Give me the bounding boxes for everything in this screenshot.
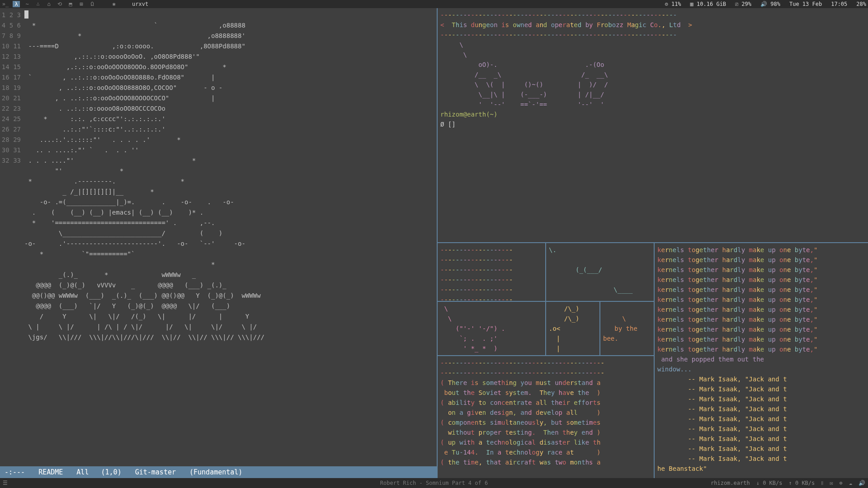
modeline-position: All (1,0): [76, 468, 121, 476]
rainbow-dashes: ------------------- ------------------- …: [440, 246, 513, 301]
now-playing: Robert Rich - Somnium Part 4 of 6: [380, 480, 488, 486]
shell-prompt: rhizom@earth(~): [440, 111, 497, 118]
modeline-vc: Git-master: [135, 468, 176, 476]
banner-dashes: ----------------------------------------…: [440, 11, 677, 19]
top-panel: »_ λ ~ ∴ ⌂ ⟲ ⬒ ⊞ Ω ✱ urxvt ⚙ 11% ▦ 10.16…: [0, 0, 868, 8]
tiling-area: 1 2 3 4 5 6 7 8 9 10 11 12 13 14 15 16 1…: [0, 8, 868, 478]
misc-status: 28%: [856, 1, 866, 7]
date-status: Tue 13 Feb: [789, 1, 822, 7]
tray-icon[interactable]: ⫴: [821, 480, 823, 486]
battery-status: ⚙ 11%: [665, 1, 681, 7]
ws-icon[interactable]: »_: [2, 1, 9, 7]
banner-text: < This dungeon is owned and operated by …: [440, 21, 692, 28]
menu-icon[interactable]: ☰: [3, 480, 8, 486]
rainbow-dashes: ----------------------------------------…: [440, 359, 604, 376]
time-status: 17:05: [831, 1, 847, 7]
emacs-pane[interactable]: 1 2 3 4 5 6 7 8 9 10 11 12 13 14 15 16 1…: [0, 8, 438, 478]
modeline-buffer: README: [38, 468, 63, 476]
ws-icon[interactable]: ⟲: [56, 1, 63, 7]
volume-status: 🔊 98%: [760, 1, 780, 7]
status-tray: ⚙ 11% ▦ 10.16 GiB ⎚ 29% 🔊 98% Tue 13 Feb…: [665, 1, 866, 7]
modeline-flags: -:---: [5, 468, 25, 476]
ws-icon[interactable]: ⊞: [78, 1, 85, 7]
ascii-art: * ` ,o88888 * ,o8888888' ---====D ,:o:o:…: [24, 22, 264, 341]
ws-icon[interactable]: λ: [13, 1, 20, 7]
ws-icon[interactable]: ∴: [34, 1, 42, 7]
ws-icon[interactable]: ⌂: [45, 1, 52, 7]
tray-icon[interactable]: ✉: [830, 480, 833, 486]
buffer-area[interactable]: * ` ,o88888 * ,o8888888' ---====D ,:o:o:…: [24, 8, 437, 466]
bottom-panel: ☰ Robert Rich - Somnium Part 4 of 6 rhiz…: [0, 478, 868, 488]
net-down: ↓ 0 KB/s: [756, 480, 783, 486]
line-gutter: 1 2 3 4 5 6 7 8 9 10 11 12 13 14 15 16 1…: [0, 8, 24, 466]
tile-b[interactable]: \. (_(___/ \____: [546, 243, 654, 301]
ws-icon[interactable]: Ω: [89, 1, 96, 7]
tile-e[interactable]: \ by the bee.: [600, 302, 654, 355]
quote-text: ( There is something you must understand…: [440, 379, 600, 466]
ws-icon[interactable]: ~: [24, 1, 31, 7]
tile-a[interactable]: ------------------- ------------------- …: [438, 243, 546, 301]
modeline-mode: (Fundamental): [189, 468, 242, 476]
cpu-status: ⎚ 29%: [735, 1, 751, 7]
lyrics-pane[interactable]: kernels together hardly make up one byte…: [655, 243, 868, 478]
shell-ps2: Ø []: [440, 121, 456, 128]
workspace-switcher[interactable]: »_ λ ~ ∴ ⌂ ⟲ ⬒ ⊞ Ω ✱ urxvt: [2, 1, 148, 7]
window-title: urxvt: [132, 1, 148, 7]
quote-pane[interactable]: ----------------------------------------…: [438, 356, 654, 478]
tile-c[interactable]: \ \ ("'-' '-/") . `; . . ;' ' *_ * ): [438, 302, 546, 355]
cowsay-art: \ \ oO)-. .-(Oo /__ _\ /_ __\ \ \( | ()~…: [440, 41, 608, 108]
tray-icon[interactable]: 🔊: [859, 480, 865, 486]
tile-d[interactable]: /\_) /\_) .o< | |: [546, 302, 600, 355]
ram-status: ▦ 10.16 GiB: [690, 1, 726, 7]
net-up: ↑ 0 KB/s: [789, 480, 815, 486]
terminal-pane[interactable]: ----------------------------------------…: [438, 8, 868, 243]
banner-dashes: ----------------------------------------…: [440, 31, 677, 38]
emacs-modeline: -:--- README All (1,0) Git-master (Funda…: [0, 466, 437, 478]
ws-icon[interactable]: ✱: [110, 1, 118, 7]
cursor-icon: [24, 10, 28, 19]
tray-icon[interactable]: ⊚: [840, 480, 843, 486]
tray-icon[interactable]: ☁: [849, 480, 852, 486]
ws-icon[interactable]: ⬒: [67, 1, 74, 7]
hostname: rhizom.earth: [711, 480, 750, 486]
